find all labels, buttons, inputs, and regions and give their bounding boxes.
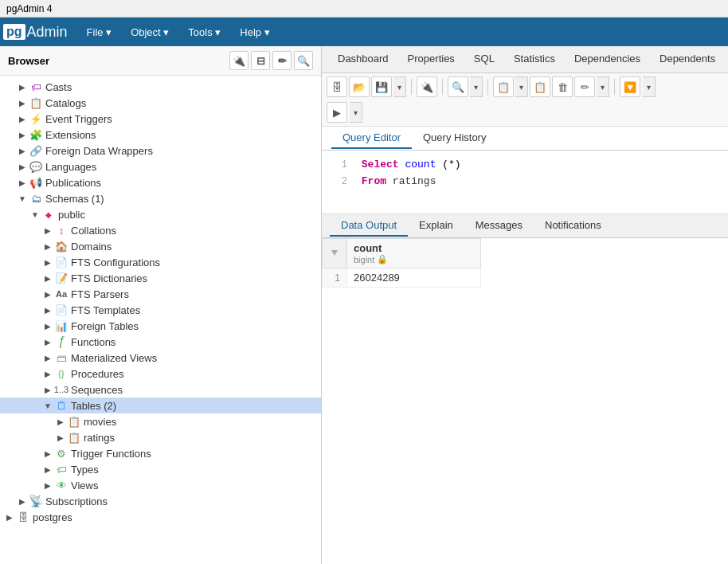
tab-data-output[interactable]: Data Output bbox=[330, 215, 408, 237]
btn-save[interactable]: 💾 bbox=[371, 76, 392, 97]
expand-procedures[interactable]: ▶ bbox=[41, 367, 54, 380]
expand-types[interactable]: ▶ bbox=[41, 463, 54, 476]
tree-item-tables[interactable]: ▼ 🗒 Tables (2) bbox=[0, 398, 321, 413]
tree-item-fts-configurations[interactable]: ▶ 📄 FTS Configurations bbox=[0, 254, 321, 270]
btn-find-dd[interactable]: ▾ bbox=[470, 76, 483, 97]
tab-explain[interactable]: Explain bbox=[408, 215, 464, 237]
tree-item-catalogs[interactable]: ▶ 📋 Catalogs bbox=[0, 95, 321, 111]
tree-item-domains[interactable]: ▶ 🏠 Domains bbox=[0, 238, 321, 254]
tree-item-types[interactable]: ▶ 🏷 Types bbox=[0, 461, 321, 477]
expand-catalogs[interactable]: ▶ bbox=[16, 96, 29, 109]
btn-find[interactable]: 🔍 bbox=[448, 76, 468, 97]
btn-filter-dd[interactable]: ▾ bbox=[643, 76, 656, 97]
expand-postgres[interactable]: ▶ bbox=[3, 511, 16, 523]
tree-item-sequences[interactable]: ▶ 1..3 Sequences bbox=[0, 382, 321, 398]
tree-item-fts-templates[interactable]: ▶ 📄 FTS Templates bbox=[0, 302, 321, 318]
expand-ratings[interactable]: ▶ bbox=[54, 431, 67, 444]
tree-item-collations[interactable]: ▶ ↕ Collations bbox=[0, 222, 321, 238]
expand-fts-dictionaries[interactable]: ▶ bbox=[41, 272, 54, 284]
expand-materialized-views[interactable]: ▶ bbox=[41, 351, 54, 364]
col-header-count[interactable]: count bigint 🔒 bbox=[347, 239, 481, 268]
browser-connect-btn[interactable]: 🔌 bbox=[229, 51, 249, 70]
expand-domains[interactable]: ▶ bbox=[41, 240, 54, 253]
tree-item-publications[interactable]: ▶ 📢 Publications bbox=[0, 174, 321, 190]
tree-item-subscriptions[interactable]: ▶ 📡 Subscriptions bbox=[0, 493, 321, 509]
label-ratings: ratings bbox=[84, 432, 115, 444]
btn-edit[interactable]: ✏ bbox=[574, 76, 595, 97]
tree-item-materialized-views[interactable]: ▶ 🗃 Materialized Views bbox=[0, 350, 321, 366]
expand-fts-templates[interactable]: ▶ bbox=[41, 304, 54, 316]
tab-query-editor[interactable]: Query Editor bbox=[331, 127, 412, 149]
tab-notifications[interactable]: Notifications bbox=[534, 215, 613, 237]
menu-object[interactable]: Object ▾ bbox=[123, 23, 177, 41]
tab-messages[interactable]: Messages bbox=[464, 215, 534, 237]
tree-item-foreign-tables[interactable]: ▶ 📊 Foreign Tables bbox=[0, 318, 321, 334]
expand-subscriptions[interactable]: ▶ bbox=[16, 495, 29, 507]
tab-statistics[interactable]: Statistics bbox=[504, 48, 565, 71]
menu-tools[interactable]: Tools ▾ bbox=[180, 23, 229, 41]
btn-connect[interactable]: 🔌 bbox=[417, 76, 437, 97]
btn-db-icon[interactable]: 🗄 bbox=[327, 76, 347, 97]
expand-tables[interactable]: ▼ bbox=[41, 399, 54, 412]
expand-movies[interactable]: ▶ bbox=[54, 415, 67, 428]
btn-filter[interactable]: 🔽 bbox=[620, 76, 640, 97]
expand-trigger-functions[interactable]: ▶ bbox=[41, 447, 54, 460]
browser-query-btn[interactable]: ✏ bbox=[272, 51, 292, 70]
tree-item-postgres[interactable]: ▶ 🗄 postgres bbox=[0, 509, 321, 525]
expand-collations[interactable]: ▶ bbox=[41, 224, 54, 237]
code-editor[interactable]: 1 Select count (*) 2 From ratings bbox=[322, 151, 728, 214]
btn-row2-dd[interactable]: ▾ bbox=[350, 102, 362, 123]
btn-delete[interactable]: 🗑 bbox=[552, 76, 573, 97]
expand-fts-configurations[interactable]: ▶ bbox=[41, 256, 54, 268]
tree-item-extensions[interactable]: ▶ 🧩 Extensions bbox=[0, 127, 321, 143]
tab-dashboard[interactable]: Dashboard bbox=[328, 48, 398, 71]
btn-paste[interactable]: 📋 bbox=[530, 76, 550, 97]
expand-functions[interactable]: ▶ bbox=[41, 335, 54, 348]
btn-edit-dd[interactable]: ▾ bbox=[597, 76, 609, 97]
menu-help[interactable]: Help ▾ bbox=[232, 23, 277, 41]
tree-item-ratings[interactable]: ▶ 📋 ratings bbox=[0, 429, 321, 445]
browser-search-btn[interactable]: 🔍 bbox=[294, 51, 313, 70]
btn-save-dd[interactable]: ▾ bbox=[393, 76, 406, 97]
tab-dependents[interactable]: Dependents bbox=[650, 48, 725, 71]
icon-views: 👁 bbox=[54, 479, 68, 492]
tree-item-functions[interactable]: ▶ ƒ Functions bbox=[0, 334, 321, 350]
tab-sql[interactable]: SQL bbox=[464, 48, 504, 71]
tree-item-movies[interactable]: ▶ 📋 movies bbox=[0, 413, 321, 429]
tree-item-fts-dictionaries[interactable]: ▶ 📝 FTS Dictionaries bbox=[0, 270, 321, 286]
btn-open-folder[interactable]: 📂 bbox=[349, 76, 370, 97]
tree-item-public[interactable]: ▼ ◆ public bbox=[0, 206, 321, 222]
tree-item-schemas[interactable]: ▼ 🗂 Schemas (1) bbox=[0, 190, 321, 206]
menu-file[interactable]: File ▾ bbox=[79, 23, 120, 41]
expand-extensions[interactable]: ▶ bbox=[16, 128, 29, 141]
expand-languages[interactable]: ▶ bbox=[16, 160, 29, 173]
tree-item-trigger-functions[interactable]: ▶ ⚙ Trigger Functions bbox=[0, 445, 321, 461]
cell-count-1[interactable]: 26024289 bbox=[347, 268, 481, 288]
browser-table-btn[interactable]: ⊟ bbox=[251, 51, 270, 70]
expand-schemas[interactable]: ▼ bbox=[16, 192, 29, 205]
btn-row2-icon[interactable]: ▶ bbox=[327, 102, 347, 123]
tab-properties[interactable]: Properties bbox=[398, 48, 464, 71]
expand-casts[interactable]: ▶ bbox=[16, 80, 29, 93]
label-fts-templates: FTS Templates bbox=[71, 304, 140, 316]
expand-public[interactable]: ▼ bbox=[29, 208, 41, 221]
expand-publications[interactable]: ▶ bbox=[16, 176, 29, 189]
tree-item-casts[interactable]: ▶ 🏷 Casts bbox=[0, 79, 321, 95]
btn-copy-dd[interactable]: ▾ bbox=[515, 76, 528, 97]
tree-item-fts-parsers[interactable]: ▶ Aa FTS Parsers bbox=[0, 286, 321, 302]
expand-fts-parsers[interactable]: ▶ bbox=[41, 288, 54, 300]
tree-item-foreign-data-wrappers[interactable]: ▶ 🔗 Foreign Data Wrappers bbox=[0, 143, 321, 159]
tab-query-history[interactable]: Query History bbox=[412, 127, 497, 149]
expand-views[interactable]: ▶ bbox=[41, 479, 54, 492]
tree-item-views[interactable]: ▶ 👁 Views bbox=[0, 477, 321, 493]
expand-foreign-tables[interactable]: ▶ bbox=[41, 319, 54, 332]
tree-item-languages[interactable]: ▶ 💬 Languages bbox=[0, 159, 321, 174]
tree-item-procedures[interactable]: ▶ {} Procedures bbox=[0, 366, 321, 382]
btn-copy[interactable]: 📋 bbox=[493, 76, 514, 97]
expand-foreign-data-wrappers[interactable]: ▶ bbox=[16, 144, 29, 157]
expand-sequences[interactable]: ▶ bbox=[41, 383, 54, 396]
tab-dependencies[interactable]: Dependencies bbox=[565, 48, 650, 71]
expand-event-triggers[interactable]: ▶ bbox=[16, 112, 29, 125]
svg-marker-0 bbox=[331, 250, 338, 256]
tree-item-event-triggers[interactable]: ▶ ⚡ Event Triggers bbox=[0, 111, 321, 127]
